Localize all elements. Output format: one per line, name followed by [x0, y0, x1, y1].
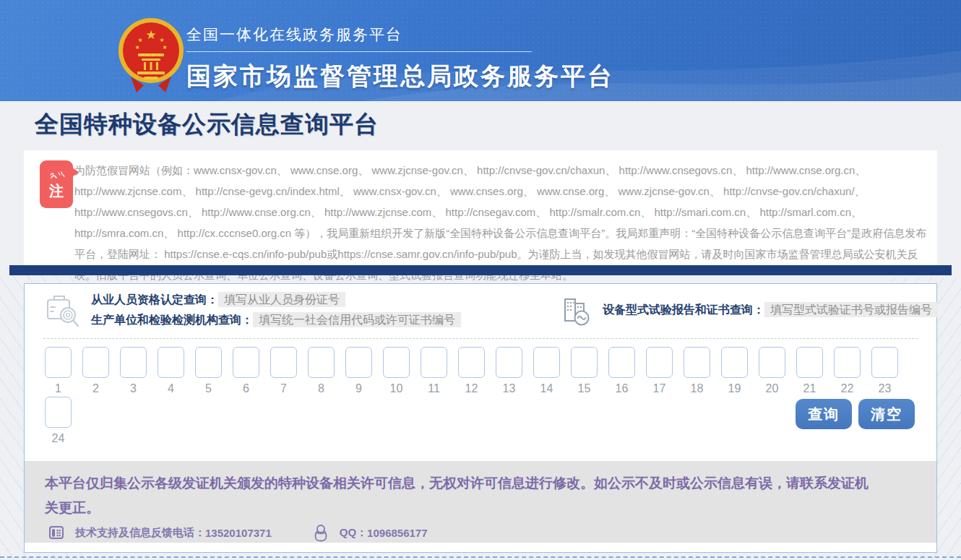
code-index-label: 3	[130, 382, 137, 395]
person-query-label: 从业人员资格认定查询：	[91, 293, 218, 306]
query-panel: 从业人员资格认定查询：填写从业人员身份证号 生产单位和检验检测机构查询：填写统一…	[24, 283, 937, 553]
code-cell: 18	[684, 347, 710, 395]
code-cell: 22	[834, 347, 861, 395]
code-input[interactable]	[45, 397, 72, 428]
code-cell: 24	[45, 397, 72, 445]
national-emblem-logo: ★ ★ ★ ★ ★	[118, 16, 184, 97]
code-cell: 9	[345, 347, 372, 395]
code-input[interactable]	[533, 347, 560, 378]
site-header: ★ ★ ★ ★ ★ 全国一体化在线政务服务平台 国家市场监督管理总局政务服务平台	[0, 0, 961, 101]
code-input[interactable]	[458, 347, 485, 378]
qq-number: 1096856177	[367, 527, 427, 539]
svg-text:★: ★	[162, 44, 167, 51]
code-input[interactable]	[796, 347, 823, 378]
code-index-label: 13	[503, 382, 516, 395]
code-index-label: 2	[92, 382, 99, 395]
code-input[interactable]	[571, 347, 598, 378]
code-index-label: 20	[766, 382, 779, 395]
person-unit-query-group: 从业人员资格认定查询：填写从业人员身份证号 生产单位和检验检测机构查询：填写统一…	[43, 284, 461, 336]
dashed-separator	[43, 338, 918, 339]
code-cell: 16	[608, 347, 635, 395]
code-input[interactable]	[608, 347, 635, 378]
phone-label: 技术支持及信息反馈电话：	[75, 526, 205, 540]
code-cell: 1	[45, 347, 72, 395]
code-input[interactable]	[345, 347, 372, 378]
code-index-label: 23	[879, 382, 892, 395]
code-index-label: 5	[205, 382, 212, 395]
bottom-dashed-line	[0, 556, 961, 558]
contact-row: 技术支持及信息反馈电话： 13520107371 QQ： 1096856177	[48, 523, 936, 542]
code-index-label: 18	[691, 382, 704, 395]
code-index-label: 22	[841, 382, 854, 395]
code-cell: 19	[721, 347, 748, 395]
qq-label: QQ：	[340, 526, 367, 540]
code-input[interactable]	[684, 347, 710, 378]
code-input[interactable]	[421, 347, 447, 378]
code-index-label: 9	[355, 382, 362, 395]
svg-text:★: ★	[137, 37, 142, 43]
person-query-line: 从业人员资格认定查询：填写从业人员身份证号	[91, 293, 461, 308]
code-cell: 10	[383, 347, 410, 395]
code-index-label: 8	[318, 382, 324, 395]
unit-query-hint: 填写统一社会信用代码或许可证书编号	[253, 312, 461, 327]
platform-name-large: 国家市场监督管理总局政务服务平台	[186, 60, 614, 93]
device-query-line: 设备型式试验报告和证书查询：填写型式试验证书号或报告编号	[603, 303, 938, 318]
svg-text:★: ★	[134, 44, 139, 51]
code-index-label: 24	[52, 431, 65, 445]
code-index-label: 17	[653, 382, 666, 395]
code-input[interactable]	[195, 347, 222, 378]
action-buttons: 查询 清空	[796, 399, 915, 429]
code-input[interactable]	[45, 347, 72, 378]
code-cell: 5	[195, 347, 222, 395]
footer-section: 本平台仅归集公示各级发证机关颁发的特种设备相关许可信息，无权对许可信息进行修改。…	[25, 461, 936, 543]
code-index-label: 15	[578, 382, 591, 395]
code-cell: 23	[871, 347, 898, 395]
phone-number: 13520107371	[205, 527, 272, 539]
navy-divider-bar	[9, 265, 952, 275]
code-input[interactable]	[834, 347, 861, 378]
code-cell: 2	[82, 347, 109, 395]
code-index-label: 12	[465, 382, 478, 395]
platform-name-small: 全国一体化在线政务服务平台	[186, 25, 532, 52]
clear-button[interactable]: 清空	[858, 399, 915, 429]
code-input[interactable]	[158, 347, 184, 378]
code-cell: 7	[270, 347, 297, 395]
code-input[interactable]	[383, 347, 410, 378]
code-cell: 17	[646, 347, 673, 395]
unit-query-line: 生产单位和检验检测机构查询：填写统一社会信用代码或许可证书编号	[91, 313, 461, 328]
code-input[interactable]	[721, 347, 748, 378]
device-query-group: 设备型式试验报告和证书查询：填写型式试验证书号或报告编号	[559, 284, 938, 336]
code-index-label: 7	[280, 382, 287, 395]
code-input[interactable]	[308, 347, 335, 378]
person-query-hint: 填写从业人员身份证号	[218, 292, 345, 307]
building-stamp-icon	[559, 293, 592, 327]
code-cell: 12	[458, 347, 485, 395]
code-input[interactable]	[871, 347, 898, 378]
unit-query-label: 生产单位和检验检测机构查询：	[91, 314, 253, 326]
device-query-label: 设备型式试验报告和证书查询：	[603, 303, 764, 316]
code-input[interactable]	[270, 347, 297, 378]
code-cell: 6	[233, 347, 259, 395]
code-input[interactable]	[82, 347, 109, 378]
code-cell: 15	[571, 347, 598, 395]
code-input[interactable]	[120, 347, 147, 378]
code-cell: 4	[158, 347, 184, 395]
code-input[interactable]	[496, 347, 522, 378]
code-index-label: 1	[55, 382, 61, 395]
document-magnifier-icon	[43, 291, 81, 329]
code-index-label: 10	[390, 382, 403, 395]
notice-badge-label: 注	[49, 184, 64, 198]
code-cell: 13	[496, 347, 522, 395]
query-type-labels-row: 从业人员资格认定查询：填写从业人员身份证号 生产单位和检验检测机构查询：填写统一…	[25, 284, 936, 336]
code-input[interactable]	[646, 347, 673, 378]
code-cell: 3	[120, 347, 147, 395]
disclaimer-text: 本平台仅归集公示各级发证机关颁发的特种设备相关许可信息，无权对许可信息进行修改。…	[25, 461, 921, 520]
fax-phone-icon	[48, 524, 65, 541]
code-cell: 20	[759, 347, 785, 395]
search-button[interactable]: 查询	[796, 399, 852, 429]
code-input[interactable]	[759, 347, 785, 378]
code-cell: 8	[308, 347, 335, 395]
code-input[interactable]	[233, 347, 259, 378]
code-cell: 21	[796, 347, 823, 395]
code-cell: 11	[421, 347, 447, 395]
